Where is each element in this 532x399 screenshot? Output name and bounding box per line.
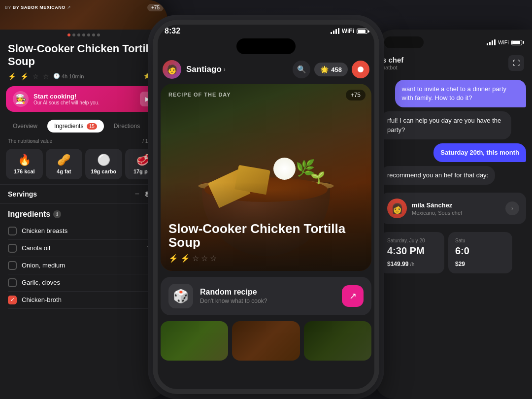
tab-overview[interactable]: Overview <box>6 120 44 133</box>
servings-decrease[interactable]: − <box>135 190 139 199</box>
chat-subtitle: hatbot <box>382 65 403 70</box>
star-2: ⚡ <box>20 72 29 80</box>
chevron-icon: › <box>224 66 226 73</box>
phone-left: BY BY SABOR MEXICANO ↗ +75 Slow-Cooker C… <box>0 0 167 399</box>
cooking-banner[interactable]: 🧑‍🍳 Start cooking! Our AI sous chef will… <box>6 86 162 112</box>
message-user-1: want to invite a chef to a dinner party … <box>395 80 526 107</box>
record-button[interactable] <box>352 61 369 78</box>
hero-plus-count: +75 <box>147 4 164 11</box>
info-icon[interactable]: ℹ <box>53 210 61 218</box>
food-thumbnails <box>153 321 379 361</box>
nutrition-fat: 🥜 4g fat <box>46 149 83 179</box>
ingredient-item-1: Canola oil 1 tbs <box>8 240 160 257</box>
slot-2-time: 6:0 <box>455 245 505 257</box>
right-chat-header: s chef hatbot ⛶ <box>374 53 532 76</box>
expand-button[interactable]: ⛶ <box>508 55 524 71</box>
chat-area: want to invite a chef to a dinner party … <box>374 76 532 189</box>
booking-slot-2[interactable]: Satu 6:0 $29 <box>448 232 512 273</box>
chat-title: s chef <box>382 56 403 64</box>
user-avatar[interactable]: 🧑 <box>163 60 181 79</box>
recipe-image: 🌿 🌱 RECIPE OF THE DAY +75 Slow-Cooker Ch… <box>161 84 371 271</box>
food-thumb-1[interactable] <box>161 321 228 361</box>
search-button[interactable]: 🔍 <box>293 61 310 78</box>
tab-directions[interactable]: Directions <box>107 120 147 133</box>
r-star-1: ⚡ <box>168 254 178 263</box>
slot-2-price: $29 <box>455 261 505 267</box>
ingredient-name-3: Garlic, cloves <box>22 279 155 286</box>
fire-icon: 🔥 <box>9 154 40 166</box>
ingredient-name-4: Chicken-broth <box>22 296 143 303</box>
ingredients-badge: 15 <box>87 123 97 130</box>
food-thumb-2[interactable] <box>232 321 299 361</box>
nutrition-kcal: 🔥 176 kcal <box>6 149 43 179</box>
user-name[interactable]: Santiago › <box>186 65 226 74</box>
r-star-2: ⚡ <box>180 254 190 263</box>
chef-recommendation-card[interactable]: 👩 mila Sánchez Mexicano, Sous chef › <box>380 193 526 224</box>
ingredient-checkbox-0[interactable] <box>8 227 17 235</box>
chef-detail-arrow[interactable]: › <box>505 201 519 215</box>
message-bot-1: rful! I can help you day are you have th… <box>380 111 511 139</box>
app-header: 🧑 Santiago › 🔍 🌟 458 <box>153 58 379 84</box>
nutrition-label: The nutritional value / 1 serv. <box>0 136 167 146</box>
phone-center: 8:32 WiFi 🧑 Santiago › 🔍 🌟 458 <box>153 20 379 394</box>
star-1: ⚡ <box>8 72 16 80</box>
recipe-card[interactable]: 🌿 🌱 RECIPE OF THE DAY +75 Slow-Cooker Ch… <box>161 84 371 271</box>
status-icons: WiFi <box>331 28 367 34</box>
ingredient-item-2: Onion, medium <box>8 257 160 274</box>
random-recipe-card[interactable]: 🎲 Random recipe Don't know what to cook?… <box>161 277 371 315</box>
r-star-3: ☆ <box>192 254 199 263</box>
tab-ingredients[interactable]: Ingredients 15 <box>47 120 104 133</box>
star-4: ☆ <box>43 72 49 80</box>
ingredient-checkbox-1[interactable] <box>8 244 17 253</box>
servings-label: Servings <box>8 190 135 198</box>
status-bar-center: 8:32 WiFi <box>153 20 379 38</box>
food-thumb-3[interactable] <box>304 321 371 361</box>
recipe-title-left: Slow-Cooker Chicken Tortilla Soup <box>0 38 167 70</box>
right-battery-icon <box>511 40 522 45</box>
slot-1-date: Saturday, July 20 <box>387 238 437 243</box>
right-status-icons: WiFi <box>487 39 522 45</box>
recipe-info-overlay: Slow-Cooker Chicken Tortilla Soup ⚡ ⚡ ☆ … <box>161 214 371 271</box>
booking-slots: Saturday, July 20 4:30 PM $149.99 /h Sat… <box>374 228 532 277</box>
right-notch <box>384 36 424 48</box>
streak-icon: 🌟 <box>320 66 329 73</box>
r-star-4: ☆ <box>201 254 208 263</box>
time-badge: 🕐 4h 10min <box>53 73 84 79</box>
wifi-icon: WiFi <box>342 28 354 34</box>
cooking-title: Start cooking! <box>33 93 100 100</box>
servings-row: Servings − 8 + <box>0 184 167 204</box>
cooking-subtitle: Our AI sous chef will help you. <box>33 100 100 105</box>
booking-slot-1[interactable]: Saturday, July 20 4:30 PM $149.99 /h <box>380 232 444 273</box>
ingredient-name-2: Onion, medium <box>22 262 155 269</box>
message-bot-2: recommend you an hef for that day: <box>380 166 495 185</box>
chef-specialty: Mexicano, Sous chef <box>412 210 462 216</box>
slot-1-price: $149.99 /h <box>387 261 437 267</box>
dice-icon: 🎲 <box>168 284 193 308</box>
streak-badge: 🌟 458 <box>314 63 348 76</box>
ingredient-checkbox-3[interactable] <box>8 278 17 287</box>
pagination-dots <box>0 30 167 38</box>
random-arrow-button[interactable]: ↗ <box>342 285 364 307</box>
signal-icon <box>331 28 339 34</box>
nutrition-carbo: ⚪ 19g carbo <box>85 149 122 179</box>
ingredient-checkbox-4[interactable]: ✓ <box>8 296 17 304</box>
ingredients-section: Ingredients ℹ Chicken breasts 1 Canola o… <box>0 206 167 313</box>
dynamic-island <box>236 38 296 54</box>
right-signal-icon <box>487 39 496 45</box>
ingredient-item-0: Chicken breasts 1 <box>8 223 160 240</box>
tabs-row: Overview Ingredients 15 Directions <box>0 116 167 136</box>
carbo-icon: ⚪ <box>88 154 119 166</box>
peanut-icon: 🥜 <box>49 154 80 166</box>
random-recipe-title: Random recipe <box>200 288 267 297</box>
chef-emoji: 🧑‍🍳 <box>13 91 29 107</box>
ingredient-item-4: ✓ Chicken-broth 32 o <box>8 292 160 309</box>
ingredients-heading: Ingredients ℹ <box>8 210 160 219</box>
status-bar-right: WiFi <box>374 30 532 53</box>
ingredient-checkbox-2[interactable] <box>8 261 17 270</box>
chef-avatar: 👩 <box>387 199 407 218</box>
ingredient-name-0: Chicken breasts <box>22 227 151 234</box>
random-recipe-subtitle: Don't know what to cook? <box>200 298 267 304</box>
chef-name: mila Sánchez <box>412 201 462 209</box>
recipe-of-day-label: RECIPE OF THE DAY <box>168 92 231 98</box>
ingredient-name-1: Canola oil <box>22 244 142 252</box>
